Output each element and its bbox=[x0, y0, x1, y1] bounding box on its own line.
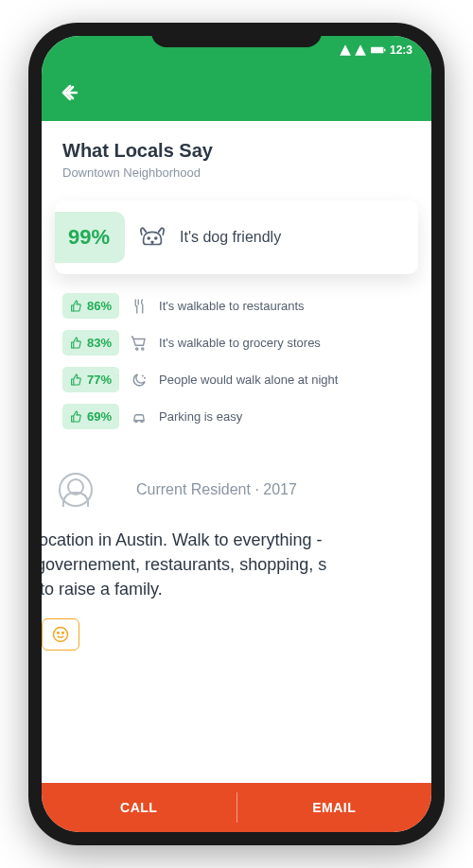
svg-rect-0 bbox=[371, 47, 383, 54]
stat-label: Parking is easy bbox=[159, 409, 242, 424]
signal-icon bbox=[339, 43, 367, 57]
battery-icon bbox=[371, 45, 386, 55]
stat-percent-value: 86% bbox=[87, 299, 112, 313]
smile-icon bbox=[51, 625, 70, 644]
stat-percent-badge: 86% bbox=[62, 293, 119, 319]
moon-night-icon bbox=[131, 372, 148, 389]
stat-percent-value: 77% bbox=[87, 373, 112, 387]
grocery-cart-icon bbox=[131, 335, 148, 352]
review-meta: Current Resident · 2017 bbox=[136, 481, 297, 498]
review-block: Current Resident · 2017 st location in A… bbox=[42, 473, 431, 651]
email-button[interactable]: EMAIL bbox=[237, 783, 432, 832]
status-time: 12:3 bbox=[390, 43, 412, 57]
svg-point-9 bbox=[135, 420, 137, 422]
stat-percent-badge: 69% bbox=[62, 404, 119, 429]
svg-point-13 bbox=[62, 633, 64, 634]
highlight-card[interactable]: 99% It's dog friendly bbox=[55, 200, 418, 274]
svg-point-10 bbox=[141, 420, 143, 422]
thumbs-up-icon bbox=[70, 337, 82, 349]
stat-label: It's walkable to restaurants bbox=[159, 299, 305, 313]
highlight-label: It's dog friendly bbox=[180, 229, 281, 246]
stat-percent-value: 69% bbox=[87, 409, 112, 424]
section-header: What Locals Say Downtown Neighborhood bbox=[42, 121, 431, 183]
stat-percent-badge: 83% bbox=[62, 330, 119, 356]
phone-screen: 12:3 What Locals Say Downtown Neighborho… bbox=[42, 36, 431, 832]
stat-row: 86% It's walkable to restaurants bbox=[62, 293, 411, 319]
call-button[interactable]: CALL bbox=[42, 783, 236, 832]
highlight-percent-badge: 99% bbox=[55, 212, 125, 263]
reaction-button[interactable] bbox=[42, 618, 79, 651]
page-subtitle: Downtown Neighborhood bbox=[62, 165, 411, 180]
stat-list: 86% It's walkable to restaurants 83% bbox=[42, 287, 431, 435]
main-content: What Locals Say Downtown Neighborhood 99… bbox=[42, 121, 431, 783]
page-title: What Locals Say bbox=[62, 140, 411, 162]
stat-label: People would walk alone at night bbox=[159, 373, 338, 387]
app-header bbox=[42, 64, 431, 121]
stat-percent-badge: 77% bbox=[62, 367, 119, 392]
svg-point-7 bbox=[142, 375, 143, 376]
thumbs-up-icon bbox=[70, 373, 82, 386]
restaurant-icon bbox=[131, 298, 148, 315]
svg-point-3 bbox=[148, 237, 149, 239]
svg-point-4 bbox=[155, 237, 157, 239]
dog-icon bbox=[138, 223, 166, 252]
stat-label: It's walkable to grocery stores bbox=[159, 336, 321, 350]
stat-row: 77% People would walk alone at night bbox=[62, 367, 411, 392]
svg-point-12 bbox=[58, 633, 60, 634]
review-header: Current Resident · 2017 bbox=[45, 473, 431, 507]
svg-rect-1 bbox=[384, 49, 385, 52]
stat-row: 69% Parking is easy bbox=[62, 404, 411, 429]
svg-point-8 bbox=[145, 377, 146, 378]
phone-device-frame: 12:3 What Locals Say Downtown Neighborho… bbox=[28, 23, 445, 845]
bottom-action-bar: CALL EMAIL bbox=[42, 783, 431, 832]
stat-row: 83% It's walkable to grocery stores bbox=[62, 330, 411, 356]
thumbs-up-icon bbox=[70, 300, 82, 312]
avatar-icon bbox=[59, 473, 93, 507]
thumbs-up-icon bbox=[70, 410, 82, 423]
back-arrow-icon[interactable] bbox=[59, 81, 81, 104]
stat-percent-value: 83% bbox=[87, 336, 112, 350]
svg-point-5 bbox=[136, 347, 138, 349]
review-body: st location in Austin. Walk to everythin… bbox=[42, 528, 431, 601]
phone-notch bbox=[151, 23, 322, 47]
svg-point-11 bbox=[54, 628, 68, 642]
svg-point-6 bbox=[142, 347, 144, 349]
car-parking-icon bbox=[131, 408, 148, 425]
